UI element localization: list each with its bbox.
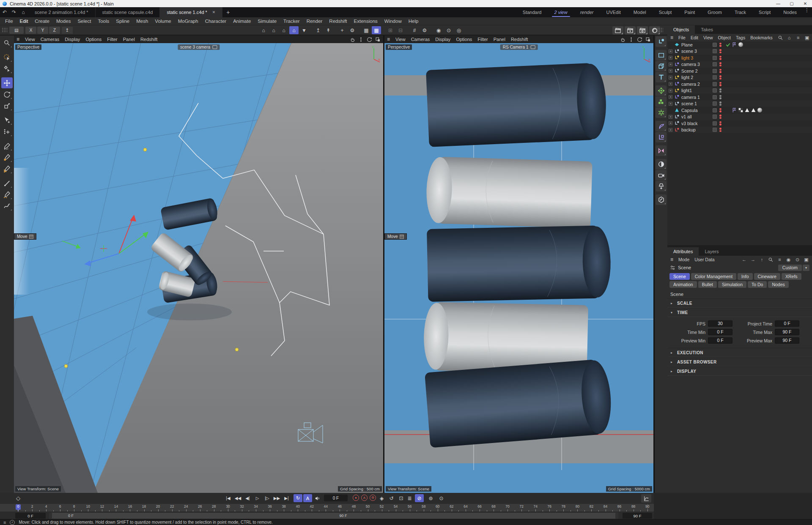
layout-tab-standard[interactable]: Standard	[522, 8, 543, 16]
lock-icon[interactable]: ◉	[786, 257, 791, 262]
measure-tool[interactable]	[1, 178, 13, 189]
section-asset-browser[interactable]: ▸ASSET BROWSER	[667, 357, 812, 366]
visibility-dot[interactable]	[719, 110, 721, 112]
keyframe-diamond-button[interactable]: ◇	[14, 494, 23, 502]
dolly-view-icon[interactable]	[628, 37, 634, 42]
object-name[interactable]: light 2	[681, 75, 713, 80]
menu-modes[interactable]: Modes	[53, 19, 74, 24]
viewport-menu-icon[interactable]: ≡	[387, 36, 390, 42]
move-tool[interactable]	[1, 77, 13, 88]
visibility-dots[interactable]	[719, 62, 721, 66]
viewport-menu-panel[interactable]: Panel	[494, 37, 505, 42]
expand-icon[interactable]: +	[669, 128, 672, 132]
object-name[interactable]: light1	[681, 88, 713, 93]
layout-tab-sculpt[interactable]: Sculpt	[658, 8, 673, 16]
layout-tab-script[interactable]: Script	[758, 8, 771, 16]
spline-point-tool[interactable]	[1, 163, 13, 174]
visibility-dot[interactable]	[719, 108, 721, 110]
visibility-dots[interactable]	[719, 108, 721, 112]
spline-pen-tool[interactable]	[1, 140, 13, 151]
object-name[interactable]: Scene 2	[681, 68, 713, 74]
visibility-dots[interactable]	[719, 69, 721, 73]
visibility-dot[interactable]	[719, 115, 721, 117]
layout-tab-groom[interactable]: Groom	[707, 8, 723, 16]
visibility-dot[interactable]	[719, 82, 721, 84]
menu-mograph[interactable]: MoGraph	[175, 19, 202, 24]
record-button[interactable]: ●	[353, 495, 359, 501]
visibility-dot[interactable]	[719, 128, 721, 130]
viewport-menu-display[interactable]: Display	[65, 37, 80, 42]
menu-tracker[interactable]: Tracker	[280, 19, 303, 24]
panel-mode-button[interactable]: ▤	[9, 27, 24, 34]
menu-redshift[interactable]: Redshift	[326, 19, 350, 24]
view-label[interactable]: Perspective	[386, 44, 412, 50]
axis-modify-button[interactable]	[656, 132, 667, 142]
checker-tag-icon[interactable]	[738, 107, 743, 113]
category-simulation[interactable]: Simulation	[718, 281, 746, 288]
viewport-left-canvas[interactable]: Perspective scene 3 camera Move View Tra…	[14, 43, 383, 493]
preview-range-bar[interactable]: 0 F 90 F	[49, 513, 618, 519]
axis-x-button[interactable]: X	[25, 27, 36, 34]
toolbar-icon[interactable]: ⚙	[420, 26, 429, 34]
toolbar-icon[interactable]: #	[410, 26, 419, 34]
maximize-button[interactable]: ▢	[785, 0, 798, 7]
viewport-menu-view[interactable]: View	[395, 37, 406, 42]
category-info[interactable]: Info	[738, 273, 753, 280]
layout-tab-track[interactable]: Track	[734, 8, 747, 16]
field-project-time[interactable]: 0 F	[775, 320, 799, 327]
minimize-button[interactable]: —	[771, 0, 785, 7]
toolbar-icon[interactable]: ◎	[454, 26, 464, 34]
visibility-dot[interactable]	[719, 49, 721, 51]
menu-simulate[interactable]: Simulate	[254, 19, 280, 24]
visibility-dots[interactable]	[719, 101, 721, 106]
spline-primitive-tool[interactable]	[1, 152, 13, 163]
view-label[interactable]: Perspective	[15, 44, 41, 50]
category-color-management[interactable]: Color Management	[691, 273, 736, 280]
menu-volume[interactable]: Volume	[151, 19, 174, 24]
camera-toggle-icon[interactable]	[530, 45, 535, 49]
toolbar-icon[interactable]: ⊟	[396, 26, 405, 34]
material-button[interactable]	[656, 194, 667, 205]
menu-spline[interactable]: Spline	[112, 19, 133, 24]
visibility-dots[interactable]	[719, 43, 721, 47]
target-icon[interactable]: ⊙	[795, 257, 800, 262]
toolbar-icon[interactable]: ▼	[299, 26, 309, 34]
timeline-option-icon[interactable]: ⊚	[426, 494, 435, 502]
editor-toggle[interactable]	[713, 88, 717, 93]
attributes-menu-icon[interactable]: ≡	[670, 257, 673, 262]
keyframe-mode-icon[interactable]: ⊡	[397, 494, 406, 502]
expand-icon[interactable]: +	[669, 76, 672, 79]
editor-toggle[interactable]	[713, 108, 717, 112]
editor-toggle[interactable]	[713, 56, 717, 60]
menu-animate[interactable]: Animate	[230, 19, 254, 24]
forward-icon[interactable]: →	[750, 257, 756, 262]
orbit-view-icon[interactable]	[637, 37, 642, 42]
viewport-menu-cameras[interactable]: Cameras	[411, 37, 430, 42]
viewport-menu-cameras[interactable]: Cameras	[41, 37, 60, 42]
category-bullet[interactable]: Bullet	[698, 281, 717, 288]
volume-button[interactable]	[656, 159, 667, 170]
editor-toggle[interactable]	[713, 49, 717, 53]
objects-menu-tags[interactable]: Tags	[736, 35, 745, 40]
object-name[interactable]: scene 3	[681, 49, 713, 54]
cube-button[interactable]	[656, 61, 667, 71]
object-name[interactable]: backup	[681, 127, 713, 132]
category-scene[interactable]: Scene	[669, 273, 690, 280]
home-icon[interactable]: ⌂	[787, 35, 792, 41]
undo-button[interactable]: ↶	[0, 7, 9, 17]
flag-tag-icon[interactable]	[732, 42, 737, 47]
object-name[interactable]: camera 2	[681, 82, 713, 87]
up-icon[interactable]: ↑	[759, 257, 765, 262]
object-row[interactable]: +camera 2	[667, 81, 812, 88]
camera-toggle-icon[interactable]	[212, 45, 217, 49]
object-row[interactable]: +Scene 2	[667, 68, 812, 74]
toolbar-icon[interactable]: ⌂	[279, 26, 288, 34]
viewport-right-canvas[interactable]: Perspective RS Camera 1 Move View Transf…	[384, 43, 653, 493]
sketch-tool[interactable]	[1, 200, 13, 211]
expand-icon[interactable]: +	[669, 69, 672, 73]
viewport-menu-view[interactable]: View	[25, 37, 35, 42]
object-name[interactable]: Capsula	[681, 108, 713, 113]
toolbar-icon[interactable]: ▦	[362, 26, 371, 34]
visibility-dot[interactable]	[719, 104, 721, 106]
flag-tag-icon[interactable]	[732, 107, 737, 113]
